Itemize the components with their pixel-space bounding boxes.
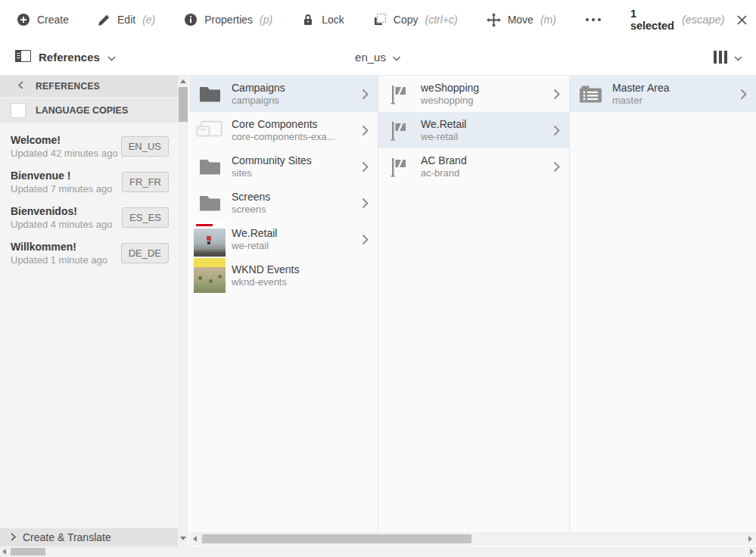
chevron-right-icon[interactable] <box>362 89 369 100</box>
scroll-right-arrow-icon[interactable] <box>748 536 752 542</box>
item-path: wknd-events <box>232 276 299 288</box>
language-copies-list: Welcome! Updated 42 minutes ago EN_US Bi… <box>0 123 178 271</box>
column-1: Campaigns campaigns Core Components core… <box>189 76 378 532</box>
language-copies-checkbox[interactable] <box>11 103 26 118</box>
flag-icon <box>383 114 415 146</box>
content-item-row[interactable]: Screens screens <box>189 185 378 221</box>
language-copy-item[interactable]: Willkommen! Updated 1 minute ago DE_DE <box>11 235 169 271</box>
view-switcher[interactable] <box>714 51 742 64</box>
item-title: AC Brand <box>421 154 467 166</box>
content-item-row[interactable]: weShopping weshopping <box>378 76 569 112</box>
column-2: weShopping weshopping We.Retail we-retai… <box>378 76 570 532</box>
content-item-row[interactable]: Campaigns campaigns <box>189 76 378 112</box>
escape-hint: (escape) <box>682 14 724 26</box>
rail-label: References <box>39 51 100 64</box>
content-horizontal-scrollbar[interactable] <box>189 532 756 546</box>
language-copy-updated: Updated 4 minutes ago <box>11 219 112 230</box>
chevron-right-icon[interactable] <box>362 234 369 245</box>
language-code-badge: ES_ES <box>122 207 169 228</box>
content-item-row[interactable]: Master Area master <box>570 76 756 112</box>
language-copy-item[interactable]: Welcome! Updated 42 minutes ago EN_US <box>11 129 169 164</box>
content-item-row[interactable]: Core Components core-components-exa... <box>189 112 378 148</box>
scrollbar-thumb[interactable] <box>11 548 45 555</box>
content-item-row[interactable]: We.Retail we-retail <box>378 112 569 148</box>
language-copy-updated: Updated 42 minutes ago <box>11 148 118 159</box>
page-horizontal-scrollbar[interactable] <box>0 546 756 557</box>
move-button[interactable]: Move (m) <box>487 13 556 27</box>
folder-icon <box>194 151 226 182</box>
move-icon <box>487 13 501 27</box>
column-view: Campaigns campaigns Core Components core… <box>189 76 756 532</box>
scroll-left-arrow-icon[interactable] <box>2 549 6 555</box>
chevron-right-icon[interactable] <box>740 89 747 100</box>
scrollbar-thumb[interactable] <box>179 87 188 122</box>
chevron-down-icon <box>393 51 401 64</box>
chevron-down-icon <box>107 51 116 64</box>
references-rail-toggle[interactable]: References <box>15 50 116 64</box>
column-3: Master Area master <box>570 76 756 532</box>
chevron-right-icon[interactable] <box>553 89 560 100</box>
content-item-row[interactable]: AC Brand ac-brand <box>378 148 569 185</box>
content-item-row[interactable]: We.Retail we-retail <box>189 221 378 257</box>
scroll-left-arrow-icon[interactable] <box>193 536 197 542</box>
lock-icon <box>301 13 315 26</box>
chevron-right-icon[interactable] <box>362 125 369 136</box>
language-copy-title: Bienvenidos! <box>11 205 112 217</box>
properties-button[interactable]: Properties (p) <box>184 13 272 26</box>
folder-icon <box>194 187 226 219</box>
content-item-row[interactable]: Community Sites sites <box>189 148 378 185</box>
create-translate-accordion[interactable]: Create & Translate <box>0 528 178 546</box>
blueprint-icon <box>574 78 606 110</box>
close-selection-button[interactable] <box>736 14 748 26</box>
chevron-right-icon[interactable] <box>362 161 369 173</box>
breadcrumb-label: en_us <box>355 51 386 64</box>
item-path: master <box>612 95 669 106</box>
more-actions-button[interactable] <box>585 17 602 22</box>
language-copy-updated: Updated 7 minutes ago <box>11 183 112 194</box>
language-copies-section-header: LANGUAGE COPIES <box>0 98 178 123</box>
language-copy-item[interactable]: Bienvenidos! Updated 4 minutes ago ES_ES <box>11 200 169 235</box>
breadcrumb[interactable]: en_us <box>355 51 401 64</box>
edit-button[interactable]: Edit (e) <box>98 14 155 26</box>
folder-dark-icon <box>194 78 226 110</box>
language-code-badge: EN_US <box>121 136 169 157</box>
lock-button[interactable]: Lock <box>301 13 344 26</box>
column-view-icon <box>714 51 727 64</box>
item-title: Community Sites <box>232 154 312 166</box>
flag-icon <box>383 151 415 182</box>
item-title: weShopping <box>421 82 479 94</box>
pencil-icon <box>98 14 110 26</box>
chevron-right-icon[interactable] <box>553 161 560 173</box>
item-path: core-components-exa... <box>232 131 335 142</box>
create-translate-label: Create & Translate <box>23 531 111 543</box>
ellipsis-icon <box>585 17 602 22</box>
weretail-thumbnail <box>194 223 226 255</box>
chevron-left-icon[interactable] <box>18 81 23 92</box>
rail-panel-icon <box>15 50 31 64</box>
action-toolbar: Create Edit (e) Properties (p) Lock Copy… <box>0 0 756 39</box>
item-path: ac-brand <box>421 167 467 179</box>
scrollbar-thumb[interactable] <box>202 534 471 543</box>
content-item-row[interactable]: WKND Events wknd-events <box>189 257 378 294</box>
item-path: screens <box>232 204 270 215</box>
scroll-right-arrow-icon[interactable] <box>750 549 754 555</box>
language-code-badge: FR_FR <box>122 172 169 192</box>
language-copy-item[interactable]: Bienvenue ! Updated 7 minutes ago FR_FR <box>11 164 169 200</box>
flag-icon <box>383 78 415 110</box>
copy-button[interactable]: Copy (ctrl+c) <box>373 13 458 26</box>
item-title: Master Area <box>612 82 669 94</box>
info-circle-icon <box>184 13 198 26</box>
navigation-bar: References en_us <box>0 39 756 76</box>
language-copy-title: Welcome! <box>11 134 118 146</box>
item-path: sites <box>232 167 312 179</box>
item-path: campaigns <box>232 95 285 106</box>
chevron-right-icon[interactable] <box>553 125 560 136</box>
scroll-up-arrow-icon[interactable] <box>180 79 186 83</box>
chevron-right-icon[interactable] <box>362 198 369 209</box>
create-button[interactable]: Create <box>17 13 69 26</box>
language-copy-updated: Updated 1 minute ago <box>11 254 107 266</box>
sidebar-scrollbar[interactable] <box>178 76 188 546</box>
item-title: Screens <box>232 191 270 203</box>
language-copy-title: Willkommen! <box>11 241 107 253</box>
scroll-down-arrow-icon[interactable] <box>180 537 186 540</box>
